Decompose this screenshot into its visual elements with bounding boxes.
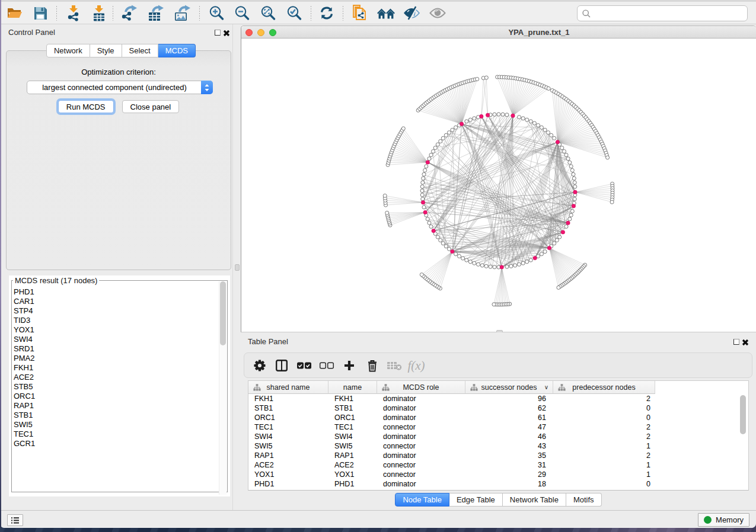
clone-network-button[interactable] [349,4,371,23]
ring-node[interactable] [480,264,484,267]
mcds-node[interactable] [480,114,483,118]
mcds-result-item[interactable]: TID3 [12,316,219,325]
memory-button[interactable]: Memory [698,513,749,527]
ring-node[interactable] [573,185,577,188]
close-panel-icon[interactable] [223,30,230,37]
table-row-PHD1[interactable]: PHD1PHD1dominator180 [248,479,748,489]
mcds-result-item[interactable]: PHD1 [12,287,219,297]
search-box[interactable] [577,5,748,21]
first-neighbors-button[interactable] [375,4,397,23]
ring-node[interactable] [540,126,543,129]
mcds-result-item[interactable]: FKH1 [12,363,219,373]
column-header-predecessor-nodes[interactable]: predecessor nodes [553,381,655,394]
mcds-result-item[interactable]: SRD1 [12,344,219,354]
ring-node[interactable] [422,177,425,180]
ring-node[interactable] [572,177,576,180]
ring-node[interactable] [441,136,445,140]
ring-node[interactable] [560,146,564,150]
ring-node[interactable] [555,238,559,242]
ring-node[interactable] [473,261,476,265]
optimization-criterion-dropdown[interactable]: largest connected component (undirected) [27,81,213,94]
save-session-button[interactable] [29,4,52,23]
mcds-result-item[interactable]: ORC1 [12,392,219,401]
leaf-node[interactable] [383,194,387,197]
tab-edge-table[interactable]: Edge Table [449,493,503,507]
mcds-node[interactable] [432,229,435,232]
import-network-button[interactable] [62,4,85,23]
tab-network-table[interactable]: Network Table [503,493,566,507]
ring-node[interactable] [566,157,570,161]
float-panel-icon[interactable] [733,339,739,345]
ring-node[interactable] [451,128,454,132]
ring-node[interactable] [422,206,426,209]
ring-node[interactable] [570,168,574,172]
table-row-RAP1[interactable]: RAP1RAP1dominator352 [248,451,748,460]
ring-node[interactable] [536,123,540,127]
mcds-node[interactable] [451,249,454,253]
ring-node[interactable] [447,131,451,134]
ring-node[interactable] [509,264,513,268]
tab-select[interactable]: Select [122,44,158,57]
ring-node[interactable] [421,197,425,201]
ring-node[interactable] [529,258,532,262]
ring-node[interactable] [553,242,556,245]
mcds-node[interactable] [572,204,575,208]
ring-node[interactable] [521,117,525,120]
float-panel-icon[interactable] [215,30,221,36]
ring-node[interactable] [573,181,576,184]
ring-node[interactable] [493,265,496,269]
zoom-out-button[interactable] [231,4,253,23]
ring-node[interactable] [428,157,431,161]
mcds-node[interactable] [547,246,551,249]
ring-node[interactable] [550,133,553,137]
ring-node[interactable] [525,260,529,264]
mcds-node[interactable] [573,190,577,194]
ring-node[interactable] [454,252,458,256]
zoom-fit-button[interactable] [257,4,279,23]
ring-node[interactable] [529,120,532,123]
ring-node[interactable] [447,247,451,251]
mcds-result-item[interactable]: GCR1 [12,439,219,448]
ring-node[interactable] [436,143,439,146]
table-row-STB1[interactable]: STB1STB1dominator620 [248,403,748,413]
ring-node[interactable] [558,235,562,239]
table-row-ORC1[interactable]: ORC1ORC1dominator610 [248,413,748,422]
show-column-panel-button[interactable] [272,356,292,375]
mcds-result-item[interactable]: RAP1 [12,401,219,411]
mcds-result-item[interactable]: STP4 [12,306,219,316]
import-table-button[interactable] [88,4,110,23]
ring-node[interactable] [420,185,424,188]
mcds-result-item[interactable]: ACE2 [12,373,219,382]
ring-node[interactable] [505,265,509,268]
ring-node[interactable] [441,242,445,245]
mcds-node[interactable] [556,140,559,144]
ring-node[interactable] [422,172,426,176]
mcds-list-scrollbar[interactable] [219,281,227,495]
scrollbar-thumb[interactable] [220,281,226,345]
vertical-splitter[interactable] [232,24,241,510]
tab-motifs[interactable]: Motifs [566,493,602,507]
mcds-node[interactable] [421,201,425,204]
mcds-result-list[interactable]: PHD1CAR1STP4TID3YOX1SWI4SRD1PMA2FKH1ACE2… [12,287,219,493]
ring-node[interactable] [429,153,433,157]
network-canvas[interactable] [241,39,756,333]
scrollbar-thumb[interactable] [740,395,746,434]
ring-node[interactable] [573,197,576,201]
mcds-node[interactable] [500,265,503,269]
network-view-titlebar[interactable]: YPA_prune.txt_1 [241,26,756,39]
ring-node[interactable] [489,265,492,268]
ring-node[interactable] [420,189,424,193]
ring-node[interactable] [546,131,550,134]
mcds-result-item[interactable]: YOX1 [12,325,219,335]
ring-node[interactable] [525,118,529,121]
ring-node[interactable] [564,225,568,228]
leaf-node[interactable] [401,127,405,130]
minimize-traffic-light[interactable] [257,29,264,36]
ring-node[interactable] [457,254,461,258]
deselect-all-button[interactable] [317,356,337,375]
column-header-successor-nodes[interactable]: successor nodes∨ [465,381,553,394]
open-file-button[interactable] [4,4,26,23]
ring-node[interactable] [454,126,458,129]
zoom-selected-button[interactable] [283,4,305,23]
column-header-shared-name[interactable]: shared name [248,381,328,394]
